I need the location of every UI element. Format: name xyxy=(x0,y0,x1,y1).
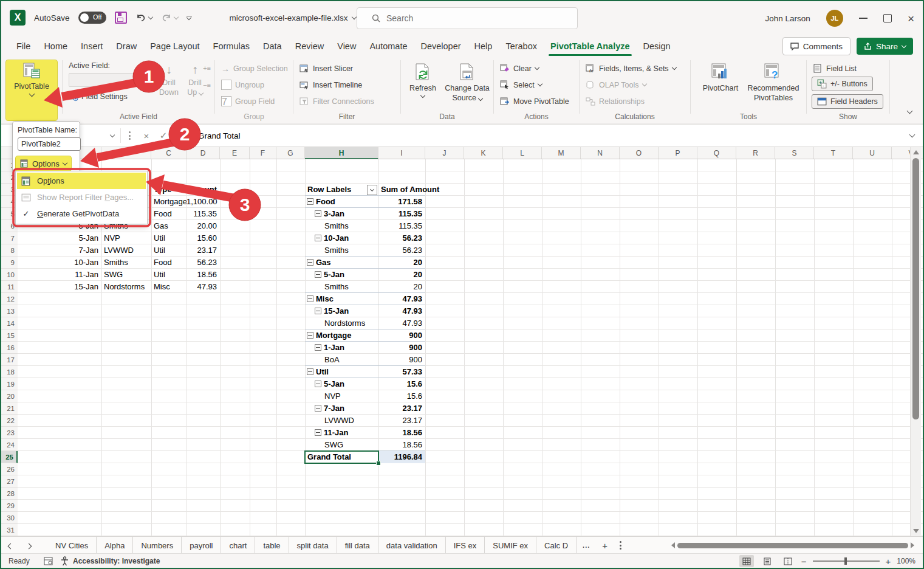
column-header-F[interactable]: F xyxy=(250,147,276,159)
pivotchart-button[interactable]: PivotChart xyxy=(699,61,742,94)
pivot-label-r15[interactable]: Mortgage xyxy=(305,329,378,342)
source-date-r9[interactable]: 10-Jan xyxy=(18,257,101,269)
save-icon[interactable] xyxy=(115,12,127,24)
comments-button[interactable]: Comments xyxy=(782,37,850,55)
column-header-P[interactable]: P xyxy=(659,147,697,159)
ribbon-tab-data[interactable]: Data xyxy=(256,35,289,57)
recommended-pivottables-button[interactable]: ? Recommended PivotTables xyxy=(743,61,804,103)
pivottable-button[interactable]: PivotTable xyxy=(6,60,57,120)
redo-button[interactable] xyxy=(161,13,178,22)
pivot-header-sum-of-amount[interactable]: Sum of Amount xyxy=(378,184,425,196)
source-amount-r5[interactable]: 115.35 xyxy=(187,208,220,220)
pivot-value-r10[interactable]: 20 xyxy=(378,269,425,281)
ribbon-tab-insert[interactable]: Insert xyxy=(74,35,109,57)
row-header-31[interactable]: 31 xyxy=(1,524,18,536)
source-amount-r10[interactable]: 18.56 xyxy=(187,269,220,281)
active-field-input[interactable] xyxy=(69,73,152,87)
insert-function-icon[interactable]: fx xyxy=(172,130,189,141)
source-type-r6[interactable]: Gas xyxy=(151,220,187,232)
column-header-S[interactable]: S xyxy=(775,147,814,159)
filter-connections-button[interactable]: Filter Connections xyxy=(293,93,400,109)
pivot-label-r12[interactable]: Misc xyxy=(305,293,378,305)
user-name[interactable]: John Larson xyxy=(765,14,810,23)
pivot-label-r18[interactable]: Util xyxy=(305,366,378,378)
row-header-11[interactable]: 11 xyxy=(1,281,18,293)
ribbon-tab-formulas[interactable]: Formulas xyxy=(207,35,256,57)
formula-bar-drag-icon[interactable] xyxy=(121,131,138,140)
pivot-label-r4[interactable]: Food xyxy=(305,196,378,208)
source-amount-r7[interactable]: 15.60 xyxy=(187,232,220,244)
column-header-B[interactable]: B xyxy=(101,147,151,159)
scroll-down-icon[interactable] xyxy=(913,529,919,533)
sheet-tab-chart[interactable]: chart xyxy=(221,537,255,554)
row-header-14[interactable]: 14 xyxy=(1,317,18,329)
pivot-label-r22[interactable]: LVWWD xyxy=(305,415,378,427)
pivot-value-r24[interactable]: 18.56 xyxy=(378,439,425,451)
source-payee-r10[interactable]: SWG xyxy=(101,269,151,281)
enter-check-icon[interactable]: ✓ xyxy=(155,130,172,141)
ribbon-tab-pivottable-analyze[interactable]: PivotTable Analyze xyxy=(544,35,637,57)
source-payee-r11[interactable]: Nordstorms xyxy=(101,281,151,293)
column-header-L[interactable]: L xyxy=(503,147,542,159)
source-type-r7[interactable]: Util xyxy=(151,232,187,244)
column-header-H[interactable]: H xyxy=(305,147,378,159)
ungroup-button[interactable]: Ungroup xyxy=(215,77,293,93)
source-type-r4[interactable]: Mortgage xyxy=(151,196,187,208)
pivot-label-r13[interactable]: 15-Jan xyxy=(305,305,378,317)
new-sheet-button[interactable]: + xyxy=(596,540,614,551)
pivot-label-r11[interactable]: Smiths xyxy=(305,281,378,293)
pivot-value-r9[interactable]: 20 xyxy=(378,257,425,269)
pivot-label-r14[interactable]: Nordstorms xyxy=(305,317,378,329)
pivot-value-r13[interactable]: 47.93 xyxy=(378,305,425,317)
pivot-value-r19[interactable]: 15.6 xyxy=(378,378,425,390)
scroll-up-icon[interactable] xyxy=(913,150,919,154)
ribbon-tab-design[interactable]: Design xyxy=(637,35,677,57)
row-header-7[interactable]: 7 xyxy=(1,232,18,244)
ribbon-tab-terabox[interactable]: Terabox xyxy=(499,35,544,57)
pivot-label-r17[interactable]: BoA xyxy=(305,354,378,366)
select-button[interactable]: Select xyxy=(494,77,579,93)
source-type-r8[interactable]: Util xyxy=(151,244,187,257)
search-input[interactable]: Search xyxy=(357,7,578,29)
pivot-value-r6[interactable]: 115.35 xyxy=(378,220,425,232)
sheet-tab-table[interactable]: table xyxy=(255,537,289,554)
page-layout-view-icon[interactable] xyxy=(760,555,775,567)
field-headers-toggle[interactable]: Field Headers xyxy=(812,94,883,109)
row-header-17[interactable]: 17 xyxy=(1,354,18,366)
pivot-value-r23[interactable]: 18.56 xyxy=(378,427,425,439)
row-header-16[interactable]: 16 xyxy=(1,342,18,354)
pivot-value-r18[interactable]: 57.33 xyxy=(378,366,425,378)
page-break-view-icon[interactable] xyxy=(781,555,795,567)
relationships-button[interactable]: Relationships xyxy=(580,93,690,109)
row-header-26[interactable]: 26 xyxy=(1,463,18,475)
row-header-22[interactable]: 22 xyxy=(1,415,18,427)
pivottable-name-input[interactable] xyxy=(18,137,81,151)
pivot-value-r7[interactable]: 56.23 xyxy=(378,232,425,244)
row-header-15[interactable]: 15 xyxy=(1,329,18,342)
pivot-value-r14[interactable]: 47.93 xyxy=(378,317,425,329)
source-payee-r7[interactable]: NVP xyxy=(101,232,151,244)
olap-tools-button[interactable]: OLAP Tools xyxy=(580,77,690,93)
pivot-label-r24[interactable]: SWG xyxy=(305,439,378,451)
refresh-button[interactable]: Refresh xyxy=(406,61,440,97)
pivot-value-r15[interactable]: 900 xyxy=(378,329,425,342)
vertical-scroll-thumb[interactable] xyxy=(912,158,919,419)
horizontal-scrollbar[interactable] xyxy=(671,542,914,548)
pivot-label-r8[interactable]: Smiths xyxy=(305,244,378,257)
row-header-25[interactable]: 25 xyxy=(1,451,18,463)
ribbon-tab-review[interactable]: Review xyxy=(289,35,331,57)
sheet-tab-split-data[interactable]: split data xyxy=(289,537,337,554)
column-header-J[interactable]: J xyxy=(425,147,464,159)
undo-button[interactable] xyxy=(135,13,152,22)
menu-item-options[interactable]: Options xyxy=(17,173,146,189)
source-header-type[interactable]: Type xyxy=(151,184,187,196)
collapse-field-icon[interactable]: −≡ xyxy=(203,81,211,89)
row-header-28[interactable]: 28 xyxy=(1,488,18,500)
row-header-30[interactable]: 30 xyxy=(1,512,18,524)
column-header-C[interactable]: C xyxy=(151,147,187,159)
insert-slicer-button[interactable]: Insert Slicer xyxy=(293,60,400,77)
options-dropdown-button[interactable]: Options xyxy=(16,156,71,171)
macro-record-icon[interactable] xyxy=(44,557,54,566)
zoom-in-button[interactable]: + xyxy=(886,556,891,567)
maximize-button[interactable] xyxy=(883,14,892,22)
